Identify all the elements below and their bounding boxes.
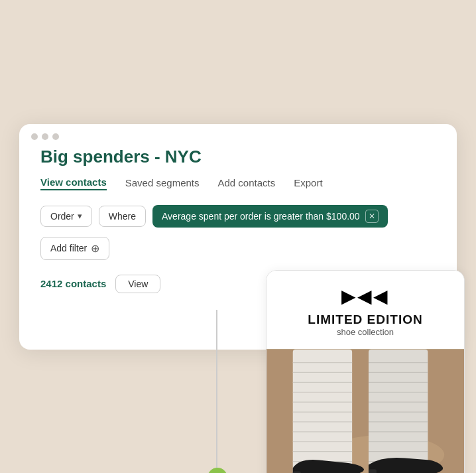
where-filter-button[interactable]: Where	[99, 206, 146, 227]
plus-icon: ⊕	[91, 242, 99, 255]
add-filter-row: Add filter ⊕	[40, 237, 436, 260]
email-card: ▶◀◀ LIMITED EDITION shoe collection	[266, 270, 465, 474]
svg-rect-27	[369, 469, 377, 473]
add-filter-label: Add filter	[50, 243, 87, 253]
order-filter-label: Order	[50, 211, 74, 222]
shoe-image	[267, 349, 464, 474]
arrow-circle: →	[208, 468, 227, 474]
tab-export[interactable]: Export	[294, 177, 322, 190]
svg-rect-2	[293, 349, 352, 473]
browser-dots	[31, 133, 59, 140]
filter-condition-chip: Average spent per order is greater than …	[152, 205, 388, 228]
condition-text: Average spent per order is greater than …	[162, 211, 360, 222]
order-filter-button[interactable]: Order ▾	[40, 206, 92, 227]
browser-window: Big spenders - NYC View contacts Saved s…	[19, 124, 457, 350]
contacts-count: 2412 contacts	[40, 278, 106, 289]
email-card-title: LIMITED EDITION	[280, 312, 451, 327]
browser-dot-3	[52, 133, 59, 140]
tab-saved-segments[interactable]: Saved segments	[125, 177, 200, 190]
page-title: Big spenders - NYC	[40, 147, 436, 167]
browser-chrome	[19, 124, 457, 147]
svg-rect-3	[369, 349, 428, 473]
connector-svg	[198, 310, 238, 474]
tab-view-contacts[interactable]: View contacts	[40, 176, 107, 190]
connector-container: →	[198, 310, 238, 474]
email-card-header: ▶◀◀ LIMITED EDITION shoe collection	[267, 271, 464, 349]
tab-add-contacts[interactable]: Add contacts	[218, 177, 276, 190]
browser-dot-2	[42, 133, 48, 140]
funnel-icon: ▾	[78, 211, 82, 221]
add-filter-button[interactable]: Add filter ⊕	[40, 237, 109, 260]
brand-logo-symbol: ▶◀◀	[280, 285, 451, 307]
email-card-subtitle: shoe collection	[280, 327, 451, 337]
remove-filter-button[interactable]: ✕	[365, 210, 379, 223]
filters-row: Order ▾ Where Average spent per order is…	[40, 205, 436, 228]
nav-tabs: View contacts Saved segments Add contact…	[40, 176, 436, 190]
browser-dot-1	[31, 133, 38, 140]
shoe-illustration	[267, 349, 464, 474]
view-contacts-button[interactable]: View	[115, 275, 160, 293]
